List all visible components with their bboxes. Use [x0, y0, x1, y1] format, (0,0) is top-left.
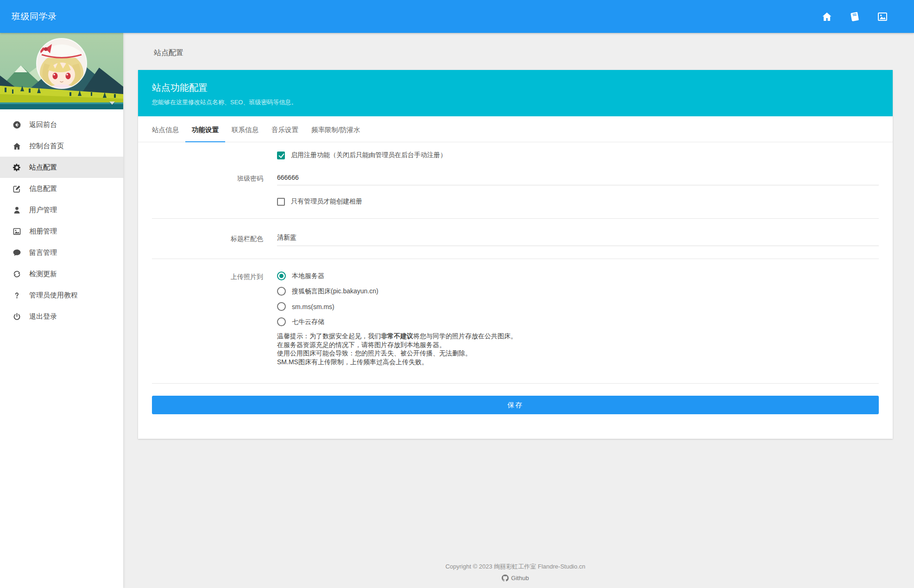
upload-target-row: 上传照片到 本地服务器 搜狐畅言图床(pic.bakayun.cn) sm	[152, 266, 879, 372]
tab-contact-info[interactable]: 联系信息	[225, 116, 265, 142]
landscape-illustration	[0, 33, 123, 109]
sidebar-item-user-management[interactable]: 用户管理	[0, 199, 123, 221]
sidebar-item-label: 站点配置	[29, 163, 57, 172]
refresh-icon	[13, 270, 21, 278]
user-icon	[13, 206, 21, 215]
register-checkbox-label[interactable]: 启用注册功能（关闭后只能由管理员在后台手动注册）	[291, 151, 447, 159]
hint-line-3: 使用公用图床可能会导致：您的照片丢失、被公开传播、无法删除。	[277, 349, 879, 358]
tab-rate-limit[interactable]: 频率限制/防灌水	[305, 116, 367, 142]
upload-radio-local[interactable]	[277, 272, 286, 280]
sidebar-item-label: 信息配置	[29, 184, 57, 193]
class-password-row: 班级密码	[152, 165, 879, 191]
tab-music-settings[interactable]: 音乐设置	[265, 116, 305, 142]
register-checkbox[interactable]	[277, 152, 285, 159]
class-password-label: 班级密码	[152, 174, 263, 183]
titlebar-color-select[interactable]: 清新蓝	[277, 231, 879, 246]
back-circle-icon	[13, 120, 21, 129]
github-link[interactable]: Github	[138, 575, 893, 582]
upload-option-sohu: 搜狐畅言图床(pic.bakayun.cn)	[277, 287, 879, 296]
sidebar: 返回前台 控制台首页 站点配置 信息配置	[0, 33, 123, 588]
panel-header: 站点功能配置 您能够在这里修改站点名称、SEO、班级密码等信息。	[138, 70, 893, 116]
github-icon	[502, 575, 509, 582]
banner-caret-icon	[109, 101, 115, 105]
album-admin-only-option: 只有管理员才能创建相册	[277, 197, 879, 206]
sidebar-banner	[0, 33, 123, 109]
upload-option-label[interactable]: 七牛云存储	[292, 318, 324, 326]
tab-site-info[interactable]: 站点信息	[145, 116, 185, 142]
sidebar-item-album-management[interactable]: 相册管理	[0, 221, 123, 242]
layout: 返回前台 控制台首页 站点配置 信息配置	[0, 33, 914, 588]
tab-bar: 站点信息 功能设置 联系信息 音乐设置 频率限制/防灌水	[138, 116, 893, 142]
question-icon	[13, 291, 21, 300]
sidebar-item-label: 用户管理	[29, 206, 57, 215]
image-icon	[13, 227, 21, 236]
edit-icon	[13, 184, 21, 193]
sidebar-item-back-to-front[interactable]: 返回前台	[0, 114, 123, 135]
upload-radio-sohu[interactable]	[277, 287, 286, 296]
upload-option-local: 本地服务器	[277, 272, 879, 280]
panel-title: 站点功能配置	[152, 82, 879, 94]
breadcrumb: 站点配置	[138, 33, 893, 70]
github-label: Github	[511, 575, 529, 582]
sidebar-item-admin-tutorial[interactable]: 管理员使用教程	[0, 285, 123, 306]
home-icon	[13, 142, 21, 151]
sidebar-item-dashboard[interactable]: 控制台首页	[0, 135, 123, 157]
divider	[152, 259, 879, 259]
class-password-input[interactable]	[277, 171, 879, 185]
hint-line-2: 在服务器资源充足的情况下，请将图片存放到本地服务器。	[277, 341, 879, 349]
tab-function-settings[interactable]: 功能设置	[185, 116, 225, 142]
register-option: 启用注册功能（关闭后只能由管理员在后台手动注册）	[277, 151, 879, 159]
upload-option-label[interactable]: 搜狐畅言图床(pic.bakayun.cn)	[292, 287, 378, 296]
sidebar-item-logout[interactable]: 退出登录	[0, 306, 123, 327]
sidebar-item-label: 控制台首页	[29, 142, 64, 151]
sidebar-item-label: 留言管理	[29, 248, 57, 257]
home-icon[interactable]	[821, 11, 833, 23]
upload-option-smms: sm.ms(sm.ms)	[277, 302, 879, 311]
copyright-text: Copyright © 2023 绚丽彩虹工作室 Flandre-Studio.…	[138, 563, 893, 571]
sidebar-item-info-config[interactable]: 信息配置	[0, 178, 123, 199]
book-icon[interactable]	[849, 11, 861, 23]
upload-hints: 温馨提示：为了数据安全起见，我们非常不建议将您与同学的照片存放在公共图床。 在服…	[277, 332, 879, 366]
upload-option-qiniu: 七牛云存储	[277, 317, 879, 326]
sidebar-item-label: 退出登录	[29, 312, 57, 321]
album-admin-only-label[interactable]: 只有管理员才能创建相册	[291, 197, 362, 206]
topbar: 班级同学录	[0, 0, 914, 33]
album-admin-only-row: 只有管理员才能创建相册	[152, 191, 879, 212]
sidebar-item-label: 检测更新	[29, 270, 57, 278]
app-title: 班级同学录	[12, 11, 57, 23]
gallery-icon[interactable]	[876, 11, 889, 23]
hint-line-4: SM.MS图床有上传限制，上传频率过高会上传失败。	[277, 358, 879, 367]
upload-radio-qiniu[interactable]	[277, 317, 286, 326]
titlebar-color-label: 标题栏配色	[152, 234, 263, 243]
power-icon	[13, 312, 21, 321]
divider	[152, 383, 879, 384]
upload-option-label[interactable]: 本地服务器	[292, 272, 324, 280]
panel-subtitle: 您能够在这里修改站点名称、SEO、班级密码等信息。	[152, 98, 879, 107]
sidebar-item-message-management[interactable]: 留言管理	[0, 242, 123, 263]
topbar-icons	[821, 11, 889, 23]
function-settings-form: 启用注册功能（关闭后只能由管理员在后台手动注册） 班级密码	[138, 142, 893, 439]
upload-target-label: 上传照片到	[152, 272, 263, 281]
sidebar-item-label: 管理员使用教程	[29, 291, 78, 300]
album-admin-only-checkbox[interactable]	[277, 198, 285, 206]
gear-icon	[13, 163, 21, 172]
main-content: 站点配置 站点功能配置 您能够在这里修改站点名称、SEO、班级密码等信息。 站点…	[123, 33, 914, 588]
sidebar-menu: 返回前台 控制台首页 站点配置 信息配置	[0, 109, 123, 327]
site-config-panel: 站点功能配置 您能够在这里修改站点名称、SEO、班级密码等信息。 站点信息 功能…	[138, 70, 893, 439]
register-checkbox-row: 启用注册功能（关闭后只能由管理员在后台手动注册）	[152, 145, 879, 165]
sidebar-item-label: 返回前台	[29, 120, 57, 129]
sidebar-item-label: 相册管理	[29, 227, 57, 236]
sidebar-item-site-config[interactable]: 站点配置	[0, 157, 123, 178]
divider	[152, 218, 879, 219]
footer: Copyright © 2023 绚丽彩虹工作室 Flandre-Studio.…	[138, 563, 893, 588]
hint-line-1: 温馨提示：为了数据安全起见，我们非常不建议将您与同学的照片存放在公共图床。	[277, 332, 879, 341]
save-button[interactable]: 保存	[152, 396, 879, 414]
upload-option-label[interactable]: sm.ms(sm.ms)	[292, 303, 334, 310]
sidebar-item-check-update[interactable]: 检测更新	[0, 263, 123, 285]
upload-radio-smms[interactable]	[277, 302, 286, 311]
titlebar-color-row: 标题栏配色 清新蓝	[152, 225, 879, 252]
comment-icon	[13, 248, 21, 257]
